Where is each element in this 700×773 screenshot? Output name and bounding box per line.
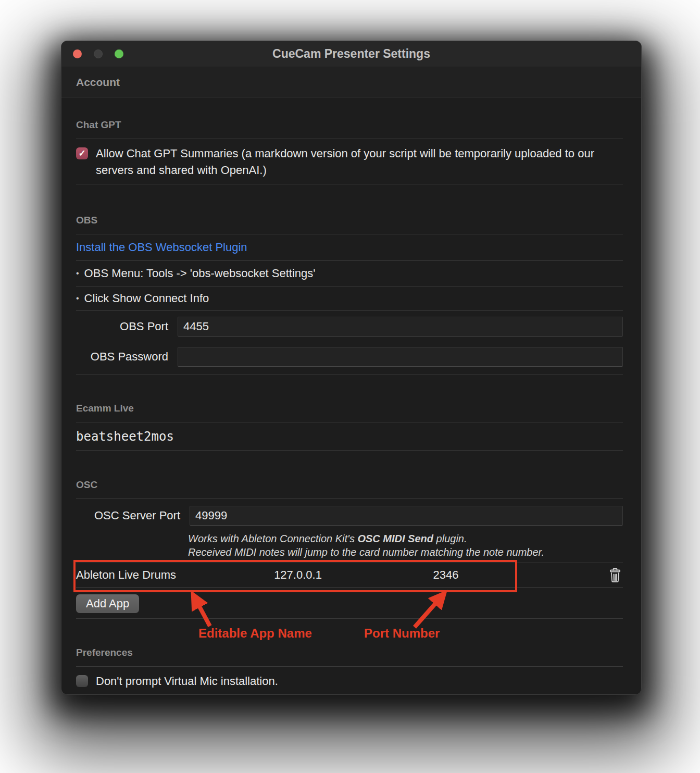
bullet-icon: •	[76, 294, 79, 303]
section-header-ecamm: Ecamm Live	[76, 402, 623, 415]
divider	[76, 310, 623, 311]
virtual-mic-checkbox[interactable]	[76, 675, 88, 687]
delete-app-button[interactable]	[607, 566, 623, 584]
app-host-cell[interactable]: 127.0.0.1	[224, 568, 372, 582]
obs-password-input[interactable]	[178, 347, 623, 367]
obs-instruction-row: • OBS Menu: Tools -> 'obs-websocket Sett…	[76, 261, 623, 286]
obs-instruction-text: OBS Menu: Tools -> 'obs-websocket Settin…	[84, 267, 316, 280]
trash-icon	[608, 567, 622, 583]
app-name-cell[interactable]: Ableton Live Drums	[76, 568, 224, 582]
chatgpt-summaries-row: ✓ Allow Chat GPT Summaries (a markdown v…	[76, 139, 623, 184]
obs-password-row: OBS Password	[76, 347, 623, 367]
osc-help-text: Works with Ableton Connection Kit's OSC …	[188, 532, 623, 559]
annotation-labels: Editable App Name Port Number	[76, 619, 623, 642]
tab-account[interactable]: Account	[76, 76, 120, 89]
obs-websocket-link-row: Install the OBS Websocket Plugin	[76, 234, 623, 260]
virtual-mic-label: Don't prompt Virtual Mic installation.	[96, 673, 278, 690]
section-header-preferences: Preferences	[76, 646, 623, 659]
add-app-row: Add App	[76, 588, 623, 618]
osc-help-line1: Works with Ableton Connection Kit's OSC …	[188, 532, 623, 545]
divider	[76, 375, 623, 375]
osc-help-line2: Received MIDI notes will jump to the car…	[188, 545, 623, 559]
divider	[76, 184, 623, 184]
osc-app-columns: Ableton Live Drums 127.0.0.1 2346	[76, 568, 520, 582]
obs-instruction-text: Click Show Connect Info	[84, 292, 209, 305]
osc-server-port-input[interactable]	[190, 506, 623, 526]
title-bar: CueCam Presenter Settings	[61, 41, 641, 67]
toolbar: Account	[61, 67, 641, 97]
obs-port-row: OBS Port	[76, 317, 623, 336]
install-obs-websocket-link[interactable]: Install the OBS Websocket Plugin	[76, 241, 247, 254]
checkmark-icon: ✓	[78, 148, 85, 159]
bullet-icon: •	[76, 269, 79, 278]
section-header-obs: OBS	[76, 214, 623, 227]
settings-content: Chat GPT ✓ Allow Chat GPT Summaries (a m…	[61, 97, 641, 695]
chatgpt-summaries-label: Allow Chat GPT Summaries (a markdown ver…	[96, 145, 617, 179]
add-app-button[interactable]: Add App	[76, 594, 139, 613]
osc-server-port-row: OSC Server Port	[76, 506, 623, 526]
app-port-cell[interactable]: 2346	[372, 568, 520, 582]
section-header-osc: OSC	[76, 478, 623, 492]
obs-port-input[interactable]	[178, 317, 623, 336]
obs-instruction-row: • Click Show Connect Info	[76, 286, 623, 310]
virtual-mic-row: Don't prompt Virtual Mic installation.	[76, 667, 623, 695]
obs-password-label: OBS Password	[76, 350, 178, 364]
divider	[76, 450, 623, 451]
section-header-chatgpt: Chat GPT	[76, 97, 623, 132]
close-button[interactable]	[73, 49, 82, 58]
divider	[76, 498, 623, 499]
window-title: CueCam Presenter Settings	[272, 47, 430, 61]
zoom-button[interactable]	[115, 49, 123, 58]
osc-server-port-label: OSC Server Port	[76, 509, 190, 522]
settings-window: CueCam Presenter Settings Account Chat G…	[61, 41, 642, 695]
ecamm-value: beatsheet2mos	[76, 422, 623, 450]
annotation-editable-app-name: Editable App Name	[198, 626, 312, 641]
minimize-button[interactable]	[94, 49, 103, 58]
traffic-lights	[73, 41, 123, 67]
osc-app-row: Ableton Live Drums 127.0.0.1 2346	[76, 563, 623, 588]
obs-port-label: OBS Port	[76, 320, 178, 333]
chatgpt-summaries-checkbox[interactable]: ✓	[76, 147, 88, 159]
annotation-port-number: Port Number	[364, 626, 440, 641]
